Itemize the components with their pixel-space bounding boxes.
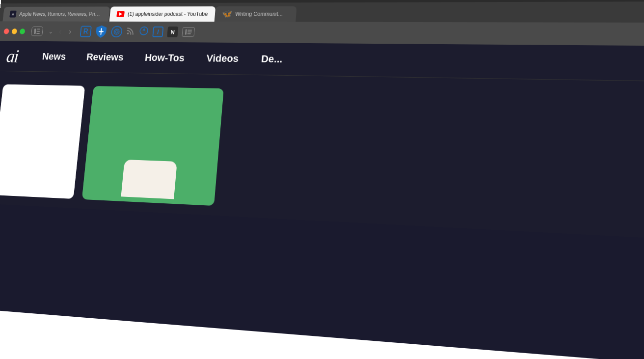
svg-rect-1 — [37, 28, 40, 29]
card-device-image — [121, 160, 177, 199]
tab-writing[interactable]: 🦋 Writing Communit... — [214, 6, 296, 22]
readwise-extension-icon[interactable]: R — [80, 26, 92, 37]
svg-rect-0 — [34, 28, 36, 34]
youtube-favicon — [116, 11, 125, 17]
shield-extension-icon[interactable] — [95, 26, 107, 38]
nav-howtos[interactable]: How-Tos — [144, 52, 185, 64]
notion-n-extension-icon[interactable]: N — [167, 27, 178, 37]
chevron-down-icon[interactable]: ⌄ — [48, 28, 54, 35]
close-button[interactable] — [3, 28, 9, 34]
nav-items: News Reviews How-Tos Videos De... — [42, 51, 283, 65]
tab-appleinsider-title: Apple News, Rumors, Reviews, Price... — [19, 11, 103, 17]
tab-youtube-title: (1) appleinsider podcast - YouTube — [128, 11, 208, 17]
reader-extension-icon[interactable] — [182, 27, 195, 37]
svg-point-5 — [115, 30, 118, 33]
ai-content-area — [0, 71, 644, 242]
svg-point-7 — [140, 27, 148, 34]
appleinsider-logo: ai — [5, 46, 19, 67]
star-circle-extension-icon[interactable] — [110, 26, 123, 37]
butterfly-favicon: 🦋 — [221, 9, 232, 19]
browser-chrome: ai Apple News, Rumors, Reviews, Price...… — [0, 1, 644, 47]
rss-extension-icon[interactable] — [126, 26, 135, 37]
forward-button[interactable]: › — [67, 26, 74, 37]
sidebar-toggle[interactable] — [31, 27, 43, 36]
nav-more[interactable]: De... — [261, 53, 283, 65]
svg-point-6 — [127, 32, 129, 34]
navigation-extension-icon[interactable] — [138, 26, 149, 38]
nav-news[interactable]: News — [42, 51, 66, 62]
maximize-button[interactable] — [20, 28, 26, 34]
notion-i-extension-icon[interactable]: I — [152, 27, 163, 37]
tab-bar: ai Apple News, Rumors, Reviews, Price...… — [0, 1, 644, 23]
svg-rect-2 — [37, 31, 40, 32]
back-button[interactable]: ‹ — [57, 26, 64, 37]
extension-icons: R — [80, 26, 195, 38]
svg-rect-3 — [36, 33, 40, 34]
appleinsider-favicon: ai — [9, 11, 17, 18]
tab-appleinsider[interactable]: ai Apple News, Rumors, Reviews, Price... — [2, 6, 110, 21]
nav-reviews[interactable]: Reviews — [86, 51, 124, 63]
tab-youtube[interactable]: (1) appleinsider podcast - YouTube — [109, 6, 215, 22]
content-card-green — [82, 86, 224, 206]
website-content: ai News Reviews How-Tos Videos De... — [0, 41, 644, 359]
tab-writing-title: Writing Communit... — [235, 11, 283, 17]
minimize-button[interactable] — [11, 28, 17, 34]
traffic-lights — [3, 28, 25, 34]
nav-videos[interactable]: Videos — [206, 52, 239, 64]
content-card-white — [0, 84, 85, 199]
